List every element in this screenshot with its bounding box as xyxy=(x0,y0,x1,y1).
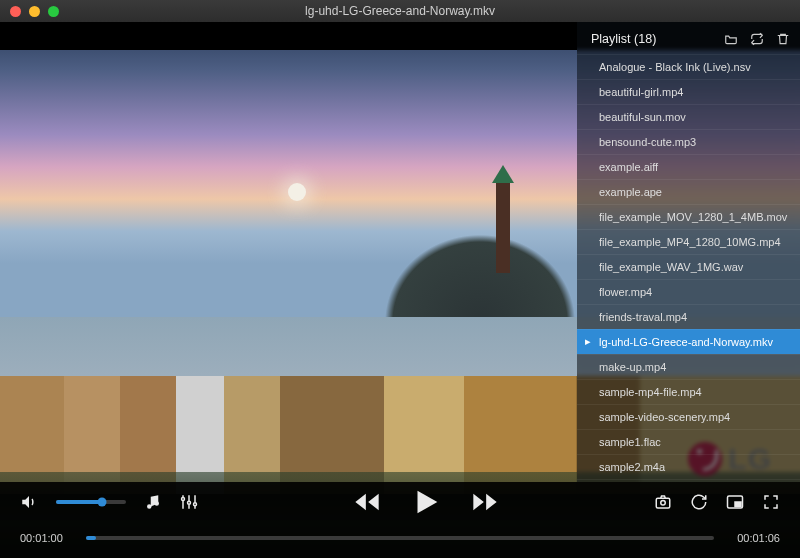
playlist-item[interactable]: bensound-cute.mp3 xyxy=(577,129,800,154)
controls-center xyxy=(353,485,499,519)
playlist-item[interactable]: beautiful-girl.mp4 xyxy=(577,79,800,104)
svg-point-3 xyxy=(188,501,191,504)
close-window-button[interactable] xyxy=(10,6,21,17)
play-button[interactable] xyxy=(409,485,443,519)
controls-right xyxy=(654,493,780,511)
window-controls xyxy=(0,6,59,17)
video-viewport[interactable]: LG Playlist (18) Analogue - Black Ink (L… xyxy=(0,22,800,558)
maximize-window-button[interactable] xyxy=(48,6,59,17)
window-title: lg-uhd-LG-Greece-and-Norway.mkv xyxy=(0,4,800,18)
playlist-item[interactable]: Analogue - Black Ink (Live).nsv xyxy=(577,54,800,79)
time-elapsed: 00:01:00 xyxy=(20,532,72,544)
playlist-item[interactable]: flower.mp4 xyxy=(577,279,800,304)
playlist-item[interactable]: file_example_MOV_1280_1_4MB.mov xyxy=(577,204,800,229)
time-total: 00:01:06 xyxy=(728,532,780,544)
svg-rect-8 xyxy=(735,502,741,507)
volume-icon[interactable] xyxy=(20,493,38,511)
window-titlebar: lg-uhd-LG-Greece-and-Norway.mkv xyxy=(0,0,800,22)
svg-point-2 xyxy=(182,498,185,501)
playlist-item[interactable]: sample-mp4-file.mp4 xyxy=(577,379,800,404)
svg-point-1 xyxy=(155,501,160,506)
fullscreen-icon[interactable] xyxy=(762,493,780,511)
progress-slider[interactable] xyxy=(86,536,714,540)
volume-slider[interactable] xyxy=(56,500,126,504)
playlist-item[interactable]: sample2.m4a xyxy=(577,454,800,479)
playlist-item[interactable]: example.aiff xyxy=(577,154,800,179)
control-bar: 00:01:00 00:01:06 xyxy=(0,482,800,558)
folder-open-icon[interactable] xyxy=(724,32,738,46)
playlist-item[interactable]: example.ape xyxy=(577,179,800,204)
svg-point-6 xyxy=(661,501,666,506)
playlist-item[interactable]: make-up.mp4 xyxy=(577,354,800,379)
controls-left xyxy=(20,493,198,511)
playlist-item[interactable]: file_example_MP4_1280_10MG.mp4 xyxy=(577,229,800,254)
rewind-button[interactable] xyxy=(353,488,381,516)
svg-point-4 xyxy=(194,503,197,506)
playlist-item[interactable]: beautiful-sun.mov xyxy=(577,104,800,129)
minimize-window-button[interactable] xyxy=(29,6,40,17)
playlist-title: Playlist (18) xyxy=(591,32,656,46)
rotate-icon[interactable] xyxy=(690,493,708,511)
playlist-header: Playlist (18) xyxy=(577,22,800,54)
loop-icon[interactable] xyxy=(750,32,764,46)
snapshot-icon[interactable] xyxy=(654,493,672,511)
progress-row: 00:01:00 00:01:06 xyxy=(0,520,800,556)
playlist-item[interactable]: sample1.flac xyxy=(577,429,800,454)
svg-point-0 xyxy=(147,504,152,509)
trash-icon[interactable] xyxy=(776,32,790,46)
playlist-item[interactable]: sample-video-scenery.mp4 xyxy=(577,404,800,429)
fast-forward-button[interactable] xyxy=(471,488,499,516)
playlist-items[interactable]: Analogue - Black Ink (Live).nsvbeautiful… xyxy=(577,54,800,482)
playlist-panel: Playlist (18) Analogue - Black Ink (Live… xyxy=(577,22,800,482)
pip-icon[interactable] xyxy=(726,493,744,511)
playlist-item[interactable]: friends-traval.mp4 xyxy=(577,304,800,329)
equalizer-icon[interactable] xyxy=(180,493,198,511)
playlist-item[interactable]: file_example_WAV_1MG.wav xyxy=(577,254,800,279)
music-note-icon[interactable] xyxy=(144,493,162,511)
svg-rect-5 xyxy=(656,498,670,508)
playlist-item[interactable]: lg-uhd-LG-Greece-and-Norway.mkv xyxy=(577,329,800,354)
